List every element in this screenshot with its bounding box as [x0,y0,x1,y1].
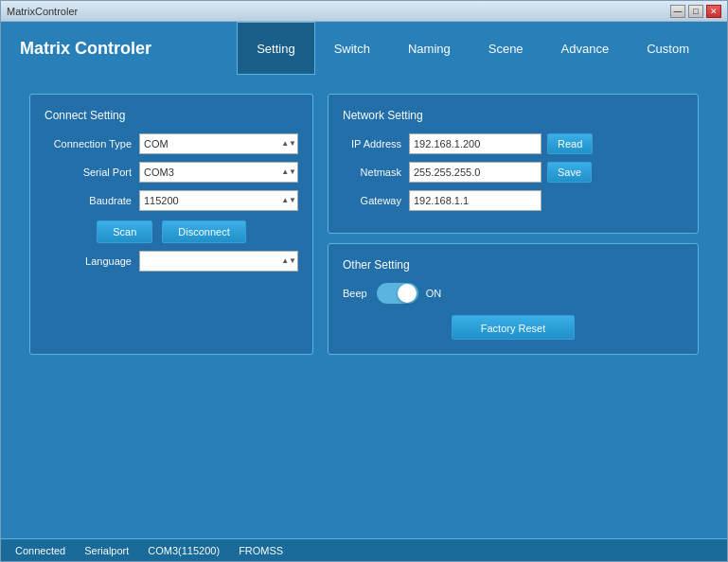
app-title: Matrix Controler [20,39,237,59]
serial-port-row: Serial Port COM3 ▲▼ [44,162,298,183]
gateway-input[interactable] [409,190,542,211]
netmask-label: Netmask [343,167,409,178]
ip-address-row: IP Address Read [343,133,684,154]
tab-naming[interactable]: Naming [389,22,470,75]
ip-address-label: IP Address [343,138,409,149]
connection-type-row: Connection Type COM ▲▼ [44,133,298,154]
minimize-button[interactable]: — [670,5,685,18]
network-setting-title: Network Setting [343,109,684,122]
maximize-button[interactable]: □ [688,5,703,18]
gateway-row: Gateway [343,190,684,211]
window-title: MatrixControler [7,6,78,17]
gateway-label: Gateway [343,195,409,206]
save-button[interactable]: Save [547,162,592,183]
baudrate-wrapper: 115200 ▲▼ [139,190,298,211]
other-setting-panel: Other Setting Beep ON Factory Reset [328,243,699,355]
language-wrapper: ▲▼ [139,251,298,272]
netmask-row: Netmask Save [343,162,684,183]
tab-scene[interactable]: Scene [470,22,542,75]
connected-status: Connected [15,545,65,556]
other-setting-title: Other Setting [343,258,684,272]
tab-advance[interactable]: Advance [542,22,629,75]
scan-button[interactable]: Scan [97,220,152,243]
read-button[interactable]: Read [547,133,593,154]
serial-port-label: Serial Port [44,167,139,178]
beep-toggle[interactable] [377,283,418,304]
panels-row: Connect Setting Connection Type COM ▲▼ S… [29,94,699,355]
language-row: Language ▲▼ [44,251,298,272]
tab-switch[interactable]: Switch [315,22,389,75]
beep-state-label: ON [426,288,442,299]
beep-label: Beep [343,288,367,299]
beep-row: Beep ON [343,283,684,304]
connect-setting-title: Connect Setting [44,109,298,122]
titlebar-buttons: — □ ✕ [670,5,721,18]
ip-address-input[interactable] [409,133,542,154]
language-label: Language [44,255,139,267]
network-setting-panel: Network Setting IP Address Read Netmask … [328,94,699,234]
tab-custom[interactable]: Custom [628,22,708,75]
serial-port-select[interactable]: COM3 [139,162,298,183]
firmware-value: FROMSS [239,545,283,556]
disconnect-button[interactable]: Disconnect [162,220,245,243]
baudrate-select[interactable]: 115200 [139,190,298,211]
connect-setting-panel: Connect Setting Connection Type COM ▲▼ S… [29,94,313,355]
nav-tabs: Setting Switch Naming Scene Advance Cust… [237,22,708,75]
statusbar: Connected Serialport COM3(115200) FROMSS [1,538,727,561]
main-window: MatrixControler — □ ✕ Matrix Controler S… [0,0,728,562]
tab-setting[interactable]: Setting [237,22,314,75]
baudrate-label: Baudrate [44,195,139,206]
connection-type-wrapper: COM ▲▼ [139,133,298,154]
netmask-input[interactable] [409,162,542,183]
close-button[interactable]: ✕ [706,5,721,18]
connection-type-select[interactable]: COM [139,133,298,154]
serialport-label: Serialport [84,545,129,556]
port-value: COM3(115200) [148,545,220,556]
language-select[interactable] [139,251,298,272]
titlebar: MatrixControler — □ ✕ [1,1,727,22]
connection-type-label: Connection Type [44,138,139,149]
right-panels: Network Setting IP Address Read Netmask … [328,94,699,355]
header: Matrix Controler Setting Switch Naming S… [1,22,727,75]
factory-reset-button[interactable]: Factory Reset [452,315,575,340]
serial-port-wrapper: COM3 ▲▼ [139,162,298,183]
toggle-track [377,283,418,304]
main-content: Connect Setting Connection Type COM ▲▼ S… [1,75,727,538]
connect-buttons: Scan Disconnect [44,220,298,243]
toggle-thumb [398,284,417,303]
baudrate-row: Baudrate 115200 ▲▼ [44,190,298,211]
